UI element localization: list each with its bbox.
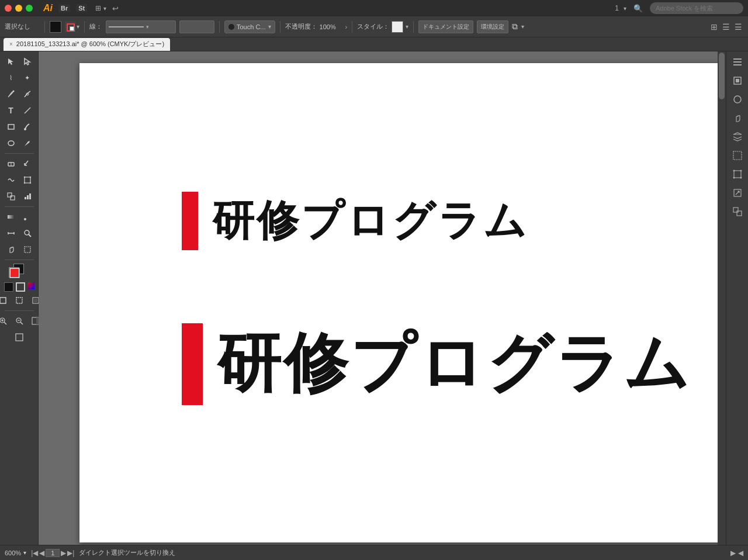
history-icon[interactable]: ↩: [112, 4, 119, 13]
statusbar: 600% ▾ |◀ ◀ ▶ ▶| ダイレクト選択ツールを切り換え ▶ ◀: [0, 545, 748, 560]
eraser-tool[interactable]: [4, 156, 19, 171]
stock-icon[interactable]: St: [76, 4, 87, 12]
close-button[interactable]: [5, 5, 12, 12]
artwork-top: 研修プログラム: [182, 192, 529, 250]
free-transform-tool[interactable]: [20, 172, 35, 188]
tool-row-3: [4, 87, 35, 102]
assets-icon[interactable]: [729, 91, 746, 108]
tool-row-view: [0, 313, 43, 329]
zoom-tool[interactable]: [20, 226, 35, 241]
eyedropper-tool[interactable]: [20, 209, 35, 224]
line-preview-box: [179, 20, 214, 33]
opacity-value[interactable]: 100%: [320, 23, 343, 30]
svg-point-21: [24, 218, 26, 220]
fill-icon[interactable]: [4, 282, 13, 292]
color-swatches[interactable]: [9, 264, 30, 280]
transform-icon[interactable]: [729, 166, 746, 182]
svg-line-33: [4, 322, 6, 324]
arrange-dropdown[interactable]: ▾: [521, 23, 524, 30]
artboards-icon[interactable]: [729, 147, 746, 164]
lasso-tool[interactable]: ⌇: [4, 70, 19, 85]
grid-icon[interactable]: ⊞▾: [95, 4, 106, 12]
nav-first[interactable]: |◀: [31, 549, 38, 557]
curvature-tool[interactable]: [20, 87, 35, 102]
panel-icon[interactable]: ☰: [721, 21, 731, 33]
draw-normal-icon[interactable]: [0, 293, 11, 308]
fill-swatch[interactable]: [50, 21, 61, 33]
measure-tool[interactable]: [4, 226, 19, 241]
bridge-icon[interactable]: Br: [58, 4, 70, 12]
stroke-control[interactable]: ▾: [65, 22, 79, 32]
layers-icon[interactable]: [729, 129, 746, 145]
style-swatch[interactable]: [392, 21, 403, 33]
svg-point-7: [8, 141, 14, 146]
gradient-tool[interactable]: [4, 209, 19, 224]
touch-type-button[interactable]: Touch C... ▾: [224, 20, 275, 33]
scrollbar-thumb[interactable]: [719, 53, 725, 99]
doc-settings-button[interactable]: ドキュメント設定: [418, 20, 473, 33]
close-tab-icon[interactable]: ×: [9, 41, 13, 47]
line-tool[interactable]: [20, 103, 35, 118]
nav-next[interactable]: ▶: [61, 549, 66, 557]
tool-separator-1: [5, 153, 34, 154]
tool-row-10: [4, 209, 35, 224]
document-tab[interactable]: × 20181105_133213.ai* @ 600% (CMYK/プレビュー…: [4, 38, 170, 51]
menu-icon[interactable]: ☰: [733, 21, 743, 33]
direct-selection-tool[interactable]: [20, 54, 35, 69]
stroke-icon[interactable]: [16, 282, 25, 292]
magic-wand-tool[interactable]: ✦: [20, 70, 35, 85]
pen-tool[interactable]: [4, 87, 19, 102]
svg-line-37: [20, 322, 23, 324]
play-button[interactable]: ▶: [730, 549, 736, 557]
svg-rect-29: [16, 298, 22, 303]
svg-rect-55: [733, 208, 738, 212]
arrange-panel-icon[interactable]: [729, 203, 746, 220]
maximize-button[interactable]: [26, 5, 33, 12]
draw-behind-icon[interactable]: [12, 293, 27, 308]
type-tool[interactable]: T: [4, 103, 19, 118]
expand-icon[interactable]: ⊞: [709, 21, 719, 33]
pencil-tool[interactable]: [20, 136, 35, 151]
screen-mode-icon[interactable]: [12, 330, 27, 345]
env-settings-button[interactable]: 環境設定: [477, 20, 508, 33]
brush-tool[interactable]: [20, 119, 35, 134]
shape-builder-tool[interactable]: [4, 189, 19, 204]
line-select[interactable]: ▾: [106, 20, 176, 33]
stop-button[interactable]: ◀: [738, 549, 743, 557]
ellipse-tool[interactable]: [4, 136, 19, 151]
vertical-scrollbar[interactable]: [718, 51, 726, 545]
minimize-button[interactable]: [15, 5, 22, 12]
selection-tool[interactable]: [4, 54, 19, 69]
zoom-level[interactable]: 600% ▾: [5, 549, 26, 556]
arrange-icon[interactable]: ⧉: [512, 22, 518, 32]
zoom-out-icon[interactable]: [12, 313, 27, 329]
tool-row-5: [4, 119, 35, 134]
page-input[interactable]: [46, 549, 60, 557]
zoom-in-icon[interactable]: [0, 313, 11, 329]
chart-tool[interactable]: [20, 189, 35, 204]
stroke-dropdown[interactable]: ▾: [77, 23, 79, 30]
opacity-arrow[interactable]: ›: [345, 23, 348, 30]
scale-tool[interactable]: [20, 156, 35, 171]
svg-marker-1: [25, 58, 30, 65]
zoom-dropdown-icon[interactable]: ▾: [23, 549, 26, 556]
gradient-swatch[interactable]: [27, 282, 34, 289]
rect-tool[interactable]: [4, 119, 19, 134]
svg-point-6: [24, 128, 26, 130]
hand-tool[interactable]: [4, 242, 19, 257]
nav-controls[interactable]: |◀ ◀ ▶ ▶|: [31, 549, 74, 557]
nav-last[interactable]: ▶|: [67, 549, 74, 557]
page-dropdown-icon[interactable]: ▾: [624, 5, 626, 12]
opacity-label: 不透明度：: [285, 22, 317, 31]
nav-prev[interactable]: ◀: [39, 549, 44, 557]
warp-tool[interactable]: [4, 172, 19, 188]
export-icon[interactable]: [729, 185, 746, 201]
artboard-tool[interactable]: [20, 242, 35, 257]
libraries-icon[interactable]: [729, 72, 746, 89]
app-icons: Ai Br St ⊞▾ ↩: [43, 3, 119, 13]
hand-panel-icon[interactable]: [729, 110, 746, 126]
svg-line-26: [29, 234, 31, 237]
left-toolbar: ⌇ ✦ T: [0, 51, 39, 545]
adobe-stock-search[interactable]: [650, 2, 743, 14]
properties-icon[interactable]: [729, 54, 746, 70]
